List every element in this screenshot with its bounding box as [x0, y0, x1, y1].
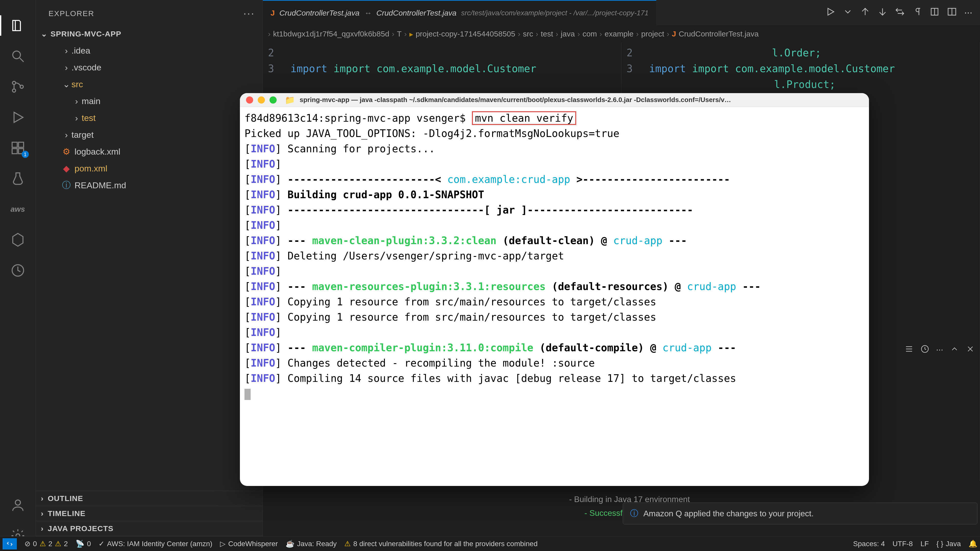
explorer-title: EXPLORER — [48, 9, 94, 18]
notification-toast[interactable]: ⓘ Amazon Q applied the changes to your p… — [623, 503, 977, 524]
tree-file-pom[interactable]: ◆pom.xml — [36, 160, 262, 177]
cursor-icon — [245, 389, 251, 400]
list-icon[interactable] — [904, 345, 914, 356]
close-window-icon[interactable] — [246, 97, 253, 103]
tree-folder-src[interactable]: ⌄src — [36, 76, 262, 93]
more-icon[interactable]: ··· — [964, 7, 972, 18]
sidebar: EXPLORER ··· ⌄ SPRING-MVC-APP ›.idea ›.v… — [36, 0, 263, 551]
arrow-down-icon[interactable] — [877, 6, 888, 19]
gitlens-icon[interactable] — [9, 262, 27, 279]
zoom-window-icon[interactable] — [269, 97, 277, 103]
swap-icon[interactable] — [895, 6, 905, 19]
breadcrumb[interactable]: ›kt1bdwgx1dj1r7f54_qgxvf0k6b85d ›T ›▸pro… — [263, 25, 980, 42]
aws-icon[interactable]: aws — [9, 200, 27, 218]
spaces-indicator[interactable]: Spaces: 4 — [853, 540, 885, 548]
diff-separator-icon: ↔ — [364, 9, 372, 17]
tab-actions: ··· — [825, 0, 980, 25]
tree-folder-test[interactable]: ›test — [36, 110, 262, 126]
highlighted-command: mvn clean verify — [472, 111, 576, 125]
more-panel-icon[interactable]: ··· — [936, 345, 943, 356]
tab-bar: J CrudControllerTest.java ↔ CrudControll… — [263, 0, 980, 25]
section-javaprojects[interactable]: ›JAVA PROJECTS — [36, 521, 262, 536]
section-outline[interactable]: ›OUTLINE — [36, 491, 262, 506]
svg-rect-6 — [12, 149, 17, 154]
tree-file-logback[interactable]: ⚙logback.xml — [36, 143, 262, 160]
info-icon: ⓘ — [630, 508, 638, 519]
run-chevron-icon[interactable] — [843, 6, 853, 19]
notification-text: Amazon Q applied the changes to your pro… — [643, 509, 814, 518]
run-debug-icon[interactable] — [9, 108, 27, 126]
vulnerabilities-status[interactable]: ⚠8 direct vulnerabilities found for all … — [344, 540, 538, 548]
encoding-indicator[interactable]: UTF-8 — [892, 540, 913, 548]
activity-bar: 1 aws — [0, 0, 36, 551]
tree-folder-vscode[interactable]: ›.vscode — [36, 59, 262, 76]
search-icon[interactable] — [9, 47, 27, 65]
bell-icon[interactable]: 🔔 — [969, 540, 977, 548]
terminal-body[interactable]: f84d89613c14:spring-mvc-app vsenger$ mvn… — [240, 107, 869, 405]
tab-file-left: CrudControllerTest.java — [280, 9, 360, 17]
tree-folder-target[interactable]: ›target — [36, 126, 262, 143]
source-control-icon[interactable] — [9, 78, 27, 96]
hexagon-icon[interactable] — [9, 231, 27, 249]
explorer-more-icon[interactable]: ··· — [243, 8, 255, 19]
remote-indicator[interactable] — [3, 538, 17, 549]
eol-indicator[interactable]: LF — [921, 540, 929, 548]
project-name: SPRING-MVC-APP — [51, 30, 121, 38]
svg-point-0 — [13, 51, 21, 59]
aws-status[interactable]: ✓AWS: IAM Identity Center (amzn) — [99, 540, 212, 548]
panel-toolbar: ··· — [904, 345, 975, 356]
extensions-icon[interactable]: 1 — [9, 139, 27, 157]
tab-diff[interactable]: J CrudControllerTest.java ↔ CrudControll… — [263, 0, 656, 25]
java-file-icon: J — [672, 30, 676, 38]
extensions-badge: 1 — [22, 151, 29, 158]
pilcrow-icon[interactable] — [912, 6, 922, 19]
testing-icon[interactable] — [9, 170, 27, 187]
terminal-title: spring-mvc-app — java -classpath ~/.sdkm… — [300, 96, 731, 104]
svg-point-1 — [12, 81, 16, 85]
run-icon[interactable] — [825, 6, 835, 19]
svg-point-9 — [15, 500, 21, 505]
project-header[interactable]: ⌄ SPRING-MVC-APP — [36, 27, 262, 41]
svg-rect-4 — [12, 142, 17, 148]
book-icon[interactable] — [929, 6, 940, 19]
folder-icon: 📁 — [285, 95, 295, 105]
chevron-down-icon: ⌄ — [41, 29, 48, 38]
tree-folder-idea[interactable]: ›.idea — [36, 42, 262, 59]
history-icon[interactable] — [920, 345, 929, 356]
file-tree: ›.idea ›.vscode ⌄src ›main ›test ›target… — [36, 41, 262, 491]
split-icon[interactable] — [947, 6, 957, 19]
arrow-up-icon[interactable] — [860, 6, 870, 19]
tab-file-right: CrudControllerTest.java — [376, 9, 457, 17]
sidebar-header: EXPLORER ··· — [36, 0, 262, 27]
codewhisperer-status[interactable]: ▷CodeWhisperer — [220, 540, 278, 548]
lang-indicator[interactable]: { }Java — [936, 540, 961, 548]
tree-folder-main[interactable]: ›main — [36, 93, 262, 110]
section-timeline[interactable]: ›TIMELINE — [36, 506, 262, 521]
terminal-window: 📁 spring-mvc-app — java -classpath ~/.sd… — [240, 93, 869, 486]
status-bar: ⊘0 ⚠2 ⚠2 📡0 ✓AWS: IAM Identity Center (a… — [0, 536, 980, 551]
terminal-titlebar[interactable]: 📁 spring-mvc-app — java -classpath ~/.sd… — [240, 93, 869, 107]
chevron-up-icon[interactable] — [950, 345, 959, 356]
svg-point-2 — [12, 89, 16, 92]
explorer-icon[interactable] — [9, 17, 27, 35]
ports-indicator[interactable]: 📡0 — [76, 540, 91, 548]
account-icon[interactable] — [9, 496, 27, 514]
tree-file-readme[interactable]: ⓘREADME.md — [36, 177, 262, 194]
folder-icon: ▸ — [409, 30, 413, 38]
close-panel-icon[interactable] — [966, 345, 975, 356]
java-status[interactable]: ☕Java: Ready — [286, 540, 337, 548]
tab-path: src/test/java/com/example/project - /var… — [461, 9, 649, 17]
java-file-icon: J — [270, 9, 275, 17]
traffic-lights — [246, 97, 277, 103]
minimize-window-icon[interactable] — [258, 97, 265, 103]
problems-indicator[interactable]: ⊘0 ⚠2 ⚠2 — [24, 540, 68, 548]
svg-rect-5 — [18, 142, 24, 148]
